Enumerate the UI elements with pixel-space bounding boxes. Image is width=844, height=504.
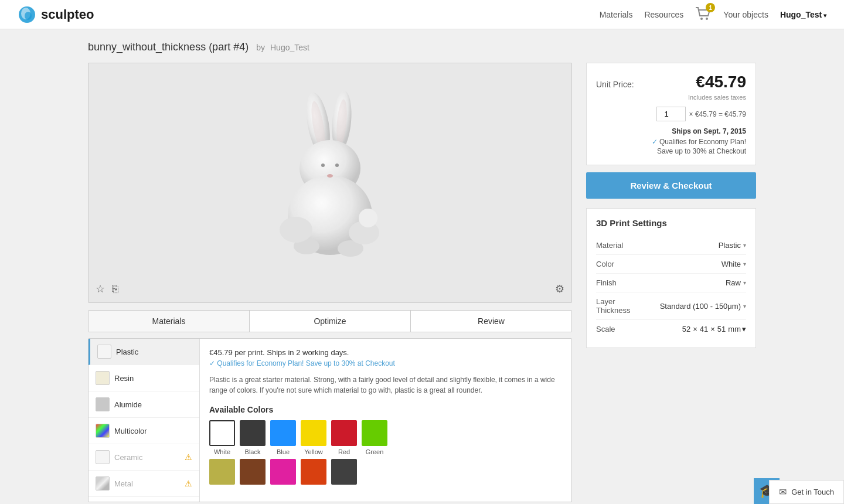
qualifies-economy: Qualifies for Economy Plan!	[596, 138, 746, 146]
color-white-wrap: White	[209, 420, 235, 455]
finish-chevron: ▾	[743, 280, 746, 286]
scale-unit[interactable]: mm ▾	[728, 325, 746, 333]
setting-finish-value[interactable]: Raw ▾	[726, 278, 746, 287]
multicolor-label: Multicolor	[114, 427, 147, 435]
colors-row-1: White Black Blue Yellow	[209, 420, 562, 455]
color-swatch-blue[interactable]	[270, 420, 296, 446]
scale-row: Scale 52 × 41 × 51 mm ▾	[596, 320, 746, 338]
viewer-settings-button[interactable]: ⚙	[555, 282, 564, 295]
color-yellow-wrap: Yellow	[301, 420, 326, 455]
materials-list: Plastic Resin Alumide Multicolor	[89, 339, 200, 502]
right-panel: Unit Price: €45.79 Includes sales taxes …	[586, 63, 756, 348]
color-swatch-orange[interactable]	[301, 459, 326, 485]
model-name: bunny_without_thickness (part #4)	[88, 41, 249, 53]
color-red-wrap: Red	[331, 420, 357, 455]
color-chevron: ▾	[743, 261, 746, 267]
unit-chevron: ▾	[742, 325, 746, 333]
color-brown-wrap	[240, 459, 266, 487]
color-swatch-olive[interactable]	[209, 459, 235, 485]
setting-layer-value[interactable]: Standard (100 - 150μm) ▾	[660, 302, 746, 311]
bunny-3d-model	[248, 89, 412, 277]
scale-label: Scale	[596, 325, 615, 333]
qty-calc-row: × €45.79 = €45.79	[596, 107, 746, 121]
scale-x: 52	[682, 325, 690, 333]
favorite-button[interactable]: ☆	[96, 282, 105, 295]
cart-icon-wrap[interactable]: 1	[695, 6, 712, 22]
page-title-row: bunny_without_thickness (part #4) by Hug…	[88, 41, 756, 53]
plastic-label: Plastic	[116, 348, 138, 356]
material-item-resin[interactable]: Resin	[89, 365, 199, 391]
get-in-touch-panel[interactable]: ✉ Get in Touch	[769, 480, 844, 504]
metal-warning-icon: ⚠	[185, 479, 192, 488]
color-label-blue: Blue	[277, 448, 290, 455]
nav-your-objects[interactable]: Your objects	[723, 10, 768, 19]
nav-materials[interactable]: Materials	[600, 10, 633, 19]
material-item-alumide[interactable]: Alumide	[89, 391, 199, 418]
material-item-metal[interactable]: Metal ⚠	[89, 471, 199, 497]
sculpteo-logo-icon	[18, 5, 36, 24]
print-settings: 3D Print Settings Material Plastic ▾ Col…	[586, 208, 756, 348]
tab-review[interactable]: Review	[411, 311, 571, 332]
svg-point-17	[335, 164, 339, 167]
cart-badge: 1	[706, 3, 715, 12]
resin-label: Resin	[114, 374, 134, 383]
alumide-label: Alumide	[114, 400, 142, 409]
color-swatch-black[interactable]	[240, 420, 266, 446]
material-item-ceramic[interactable]: Ceramic ⚠	[89, 444, 199, 471]
nav-username[interactable]: Hugo_Test	[780, 10, 826, 19]
multicolor-swatch	[96, 424, 110, 438]
metal-label: Metal	[114, 479, 133, 488]
setting-color-value[interactable]: White ▾	[722, 260, 746, 268]
svg-point-13	[280, 217, 312, 243]
viewer-controls: ☆ ⎘	[96, 282, 118, 295]
color-olive-wrap	[209, 459, 235, 487]
color-swatch-red[interactable]	[331, 420, 357, 446]
header: sculpteo Materials Resources 1 Your obje…	[0, 0, 844, 29]
checkout-button[interactable]: Review & Checkout	[586, 172, 756, 199]
material-detail: €45.79 per print. Ships in 2 working day…	[200, 339, 571, 502]
color-pink-wrap	[270, 459, 296, 487]
color-blue-wrap: Blue	[270, 420, 296, 455]
logo-text: sculpteo	[41, 7, 94, 22]
model-viewer[interactable]: ☆ ⎘ ⚙	[88, 63, 572, 303]
color-swatch-pink[interactable]	[270, 459, 296, 485]
qty-calc-text: × €45.79 = €45.79	[689, 110, 746, 118]
materials-panel: Plastic Resin Alumide Multicolor	[88, 338, 572, 502]
detail-price-text: €45.79 per print. Ships in 2 working day…	[209, 348, 349, 357]
color-darkgray-wrap	[331, 459, 357, 487]
color-swatch-white[interactable]	[209, 420, 235, 446]
setting-finish-row: Finish Raw ▾	[596, 274, 746, 292]
tab-materials[interactable]: Materials	[89, 311, 250, 332]
svg-point-15	[359, 209, 377, 227]
logo[interactable]: sculpteo	[18, 5, 94, 24]
share-button[interactable]: ⎘	[112, 282, 118, 295]
detail-price-line: €45.79 per print. Ships in 2 working day…	[209, 348, 562, 357]
color-label-black: Black	[245, 448, 261, 455]
material-chevron: ▾	[743, 242, 746, 248]
envelope-icon: ✉	[779, 486, 787, 498]
content-layout: ☆ ⎘ ⚙ Materials Optimize Review	[88, 63, 756, 502]
quantity-input[interactable]	[656, 107, 686, 121]
color-swatch-darkgray[interactable]	[331, 459, 357, 485]
material-item-plastic[interactable]: Plastic	[89, 339, 199, 365]
by-label: by	[256, 43, 265, 52]
tab-optimize[interactable]: Optimize	[250, 311, 411, 332]
scale-z: 51	[717, 325, 726, 333]
color-swatch-brown[interactable]	[240, 459, 266, 485]
metal-swatch	[96, 476, 110, 491]
setting-material-value[interactable]: Plastic ▾	[719, 241, 746, 250]
color-swatch-yellow[interactable]	[301, 420, 326, 446]
svg-point-3	[700, 18, 703, 20]
scale-values: 52 × 41 × 51 mm ▾	[682, 325, 746, 333]
detail-description: Plastic is a great starter material. Str…	[209, 374, 562, 396]
plastic-swatch	[97, 345, 111, 359]
viewer-settings: ⚙	[555, 282, 564, 295]
material-item-multicolor[interactable]: Multicolor	[89, 418, 199, 444]
setting-layer-row: LayerThickness Standard (100 - 150μm) ▾	[596, 292, 746, 320]
setting-finish-label: Finish	[596, 278, 617, 287]
nav-resources[interactable]: Resources	[644, 10, 683, 19]
setting-material-label: Material	[596, 241, 623, 250]
color-swatch-green[interactable]	[362, 420, 387, 446]
author-name: Hugo_Test	[270, 43, 309, 52]
color-green-wrap: Green	[362, 420, 387, 455]
